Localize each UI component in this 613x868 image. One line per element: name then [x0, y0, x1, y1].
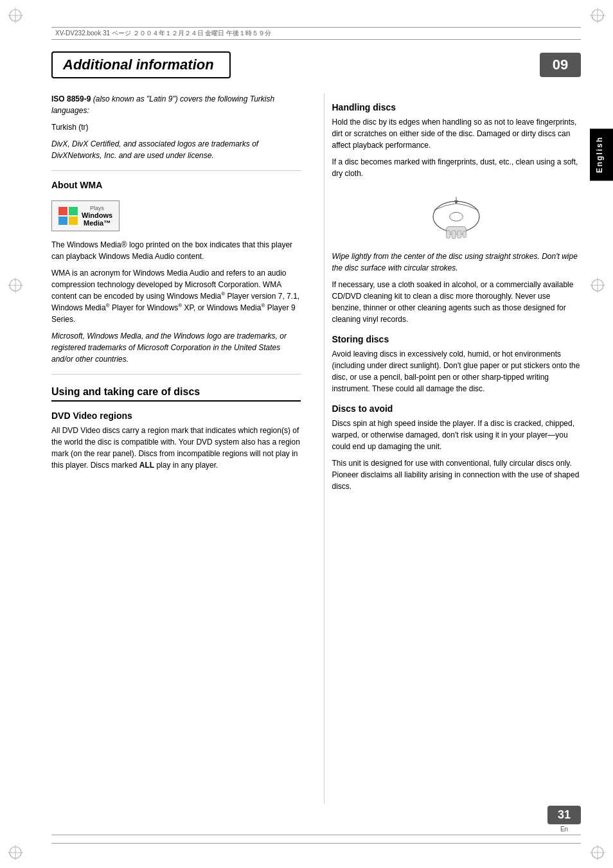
reg-mark-bl [6, 844, 24, 862]
reg-mark-tl [6, 6, 24, 24]
chapter-number-wrap: 09 [540, 53, 581, 77]
svg-rect-27 [452, 231, 456, 239]
chapter-title-wrap: Additional information [51, 51, 231, 78]
page-en-label: En [560, 826, 568, 833]
windows-flag-icon [58, 207, 78, 225]
handling-body3: If necessary, use a cloth soaked in alco… [332, 279, 582, 325]
wma-body1: The Windows Media® logo printed on the b… [51, 239, 301, 262]
discs-avoid-body2: This unit is designed for use with conve… [332, 457, 582, 492]
wma-logo-inner: Plays Windows Media™ [58, 205, 112, 227]
divider-2 [51, 374, 301, 375]
iso-heading: ISO 8859-9 [51, 94, 91, 103]
top-bar: XV-DV232.book 31 ページ ２００４年１２月２４日 金曜日 午後１… [51, 27, 581, 40]
turkish-text: Turkish (tr) [51, 121, 301, 133]
chapter-header: Additional information 09 [51, 50, 581, 80]
bottom-bar [51, 835, 581, 844]
dvd-regions-heading: DVD Video regions [51, 411, 301, 421]
wma-plays-text: Plays [82, 205, 112, 211]
reg-mark-mr [589, 276, 607, 294]
handling-italic: Wipe lightly from the center of the disc… [332, 251, 582, 274]
svg-line-22 [456, 204, 467, 206]
svg-line-21 [445, 204, 456, 206]
wma-logo-text: Plays Windows Media™ [82, 205, 112, 227]
wma-windows-text: Windows [82, 211, 112, 219]
dvd-regions-body: All DVD Video discs carry a region mark … [51, 425, 301, 471]
handling-body2: If a disc becomes marked with fingerprin… [332, 156, 582, 179]
chapter-title-box: Additional information [51, 51, 231, 78]
svg-point-19 [450, 212, 463, 221]
svg-rect-29 [463, 231, 466, 238]
using-heading: Using and taking care of discs [51, 386, 301, 402]
top-bar-text: XV-DV232.book 31 ページ ２００４年１２月２４日 金曜日 午後１… [55, 29, 271, 38]
svg-rect-28 [458, 231, 461, 238]
discs-avoid-body1: Discs spin at high speed inside the play… [332, 418, 582, 452]
right-column: Handling discs Hold the disc by its edge… [324, 93, 582, 804]
discs-avoid-heading: Discs to avoid [332, 403, 582, 414]
reg-mark-ml [6, 276, 24, 294]
left-column: ISO 8859-9 (also known as "Latin 9") cov… [51, 93, 308, 804]
english-tab: English [590, 128, 613, 181]
divx-text: DivX, DivX Certified, and associated log… [51, 138, 301, 161]
chapter-number: 09 [540, 53, 581, 77]
svg-rect-26 [447, 231, 450, 238]
handling-heading: Handling discs [332, 102, 582, 112]
iso-text: ISO 8859-9 (also known as "Latin 9") cov… [51, 93, 301, 116]
wma-italic: Microsoft, Windows Media, and the Window… [51, 330, 301, 365]
disc-clean-svg [418, 188, 495, 240]
divider-1 [51, 170, 301, 171]
wma-media-text: Media™ [82, 219, 112, 227]
page-number: 31 [547, 806, 581, 824]
disc-illustration [332, 188, 582, 242]
reg-mark-tr [589, 6, 607, 24]
chapter-title: Additional information [63, 57, 214, 73]
wma-body2: WMA is an acronym for Windows Media Audi… [51, 267, 301, 325]
reg-mark-br [589, 844, 607, 862]
wma-logo-box: Plays Windows Media™ [51, 200, 120, 231]
content-area: ISO 8859-9 (also known as "Latin 9") cov… [51, 93, 581, 804]
storing-body: Avoid leaving discs in excessively cold,… [332, 348, 582, 394]
wma-heading: About WMA [51, 180, 301, 190]
handling-body1: Hold the disc by its edges when handling… [332, 116, 582, 151]
page-number-area: 31 En [547, 806, 581, 833]
storing-heading: Storing discs [332, 334, 582, 344]
